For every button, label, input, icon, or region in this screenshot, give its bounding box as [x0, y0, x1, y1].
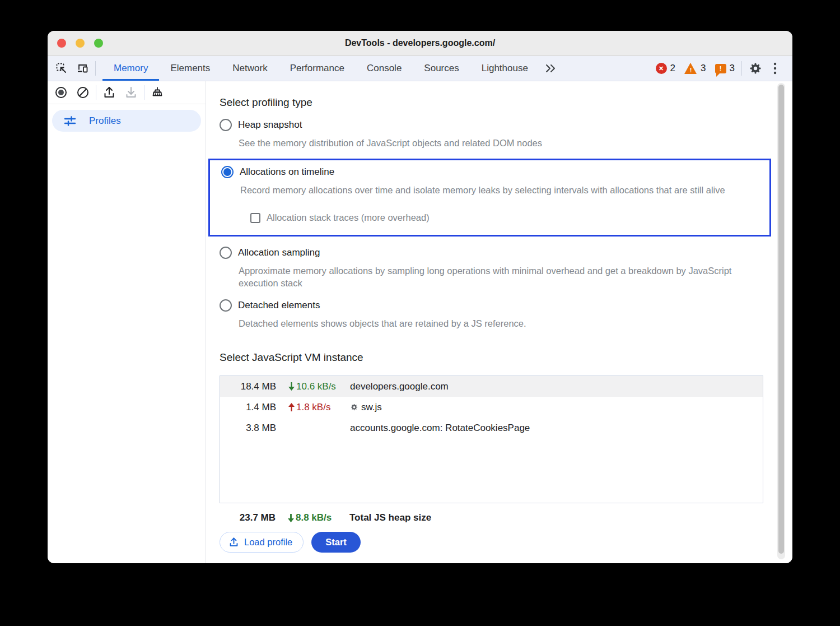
heap-rate-value: 10.6 kB/s: [296, 381, 336, 392]
brush-icon: [151, 86, 164, 99]
window-controls: [48, 39, 103, 48]
total-heap-size: 23.7 MB: [220, 512, 276, 523]
tune-sliders-icon: [63, 114, 77, 128]
vm-row-sw-js[interactable]: 1.4 MB 1.8 kB/s: [220, 397, 763, 418]
double-chevron-icon: [544, 64, 557, 73]
toolbar-divider: [95, 61, 96, 76]
option-allocation-sampling: Allocation sampling: [220, 247, 758, 259]
toolbar-divider: [741, 61, 742, 76]
clear-all-button[interactable]: [148, 84, 166, 101]
gear-icon: [749, 62, 762, 75]
save-profile-toolbar-button[interactable]: [122, 84, 140, 101]
option-allocations-timeline: Allocations on timeline: [221, 166, 769, 178]
profiler-toolbar: [48, 81, 206, 104]
detached-elements-radio[interactable]: [220, 299, 232, 312]
scrollbar-thumb[interactable]: [778, 85, 784, 554]
load-profile-button[interactable]: Load profile: [220, 532, 304, 553]
up-arrow-icon: [287, 402, 296, 412]
tab-memory[interactable]: Memory: [102, 56, 159, 81]
issues-badge[interactable]: ! 3: [713, 63, 737, 74]
vm-instance-heading: Select JavaScript VM instance: [220, 351, 758, 364]
profiling-type-heading: Select profiling type: [220, 96, 758, 109]
close-window-button[interactable]: [57, 39, 66, 48]
vm-row-accounts-google[interactable]: 3.8 MB accounts.google.com: RotateCookie…: [220, 418, 763, 438]
tab-console[interactable]: Console: [356, 56, 413, 81]
total-heap-row: 23.7 MB 8.8 kB/s Total JS heap size: [220, 512, 763, 523]
issues-count: 3: [730, 63, 735, 74]
error-icon: ✕: [656, 63, 667, 74]
heap-snapshot-description: See the memory distribution of JavaScrip…: [239, 137, 758, 149]
panel-tabs: Memory Elements Network Performance Cons…: [102, 56, 562, 81]
minimize-window-button[interactable]: [76, 39, 85, 48]
tab-lighthouse[interactable]: Lighthouse: [470, 56, 539, 81]
settings-button[interactable]: [746, 59, 764, 77]
allocations-timeline-radio[interactable]: [221, 166, 234, 178]
launcher-actions: Load profile Start: [220, 532, 758, 553]
allocation-sampling-description: Approximate memory allocations by sampli…: [239, 265, 758, 289]
start-button[interactable]: Start: [311, 532, 361, 553]
tab-elements[interactable]: Elements: [159, 56, 221, 81]
vm-row-developers-google[interactable]: 18.4 MB 10.6 kB/s developers.google.com: [220, 376, 763, 397]
launcher-content: Select profiling type Heap snapshot See …: [206, 81, 758, 553]
allocations-timeline-focus-box: Allocations on timeline Record memory al…: [208, 159, 771, 237]
warning-icon: !: [684, 63, 697, 74]
tab-performance[interactable]: Performance: [279, 56, 356, 81]
toolbar-divider: [96, 85, 96, 100]
device-toolbar-icon: [77, 62, 89, 75]
sidebar-item-profiles[interactable]: Profiles: [52, 110, 201, 132]
vm-instance-name: accounts.google.com: RotateCookiesPage: [350, 423, 763, 434]
profile-launcher-view: Select profiling type Heap snapshot See …: [206, 81, 792, 563]
allocations-timeline-description: Record memory allocations over time and …: [240, 184, 764, 196]
vm-instance-name-cell: sw.js: [350, 402, 763, 413]
more-tabs-button[interactable]: [539, 56, 562, 81]
warnings-badge[interactable]: ! 3: [682, 63, 708, 74]
toolbar-spacer: [562, 56, 654, 81]
status-badges: ✕ 2 ! 3 ! 3: [654, 56, 792, 81]
toolbar-divider: [144, 85, 144, 100]
inspect-element-button[interactable]: [53, 59, 71, 77]
load-profile-label: Load profile: [244, 537, 292, 548]
inspect-cursor-icon: [55, 62, 68, 75]
toolbar-left-icons: [48, 56, 99, 81]
allocation-stack-traces-checkbox[interactable]: [250, 213, 260, 223]
heap-snapshot-radio[interactable]: [220, 119, 232, 131]
errors-badge[interactable]: ✕ 2: [654, 63, 678, 74]
memory-sidebar: Profiles: [48, 81, 206, 563]
heap-size-value: 18.4 MB: [220, 381, 276, 392]
zoom-window-button[interactable]: [94, 39, 103, 48]
total-heap-rate-cell: 8.8 kB/s: [276, 512, 349, 523]
upload-icon: [228, 537, 239, 548]
total-heap-rate: 8.8 kB/s: [296, 512, 332, 523]
record-profile-button[interactable]: [52, 84, 70, 101]
heap-rate-cell: 1.8 kB/s: [276, 402, 350, 413]
toggle-device-toolbar-button[interactable]: [74, 59, 92, 77]
devtools-toolbar: Memory Elements Network Performance Cons…: [48, 56, 792, 81]
scrollbar-track[interactable]: [777, 83, 785, 559]
block-icon: [76, 86, 90, 99]
record-icon: [54, 86, 68, 99]
error-count: 2: [670, 63, 675, 74]
option-detached-elements: Detached elements: [220, 299, 758, 312]
allocations-timeline-label: Allocations on timeline: [240, 166, 334, 178]
vm-instance-table: 18.4 MB 10.6 kB/s developers.google.com …: [220, 375, 763, 503]
warning-count: 3: [701, 63, 706, 74]
heap-size-value: 1.4 MB: [220, 402, 276, 413]
down-arrow-icon: [287, 513, 295, 523]
vm-instance-name: sw.js: [361, 402, 382, 413]
titlebar: DevTools - developers.google.com/: [48, 31, 792, 56]
tab-network[interactable]: Network: [221, 56, 278, 81]
allocation-sampling-radio[interactable]: [220, 247, 232, 259]
heap-rate-value: 1.8 kB/s: [296, 402, 330, 413]
tab-sources[interactable]: Sources: [413, 56, 470, 81]
clear-profiles-button[interactable]: [74, 84, 92, 101]
vm-instance-name: developers.google.com: [350, 381, 763, 392]
load-profile-toolbar-button[interactable]: [100, 84, 118, 101]
allocation-stack-traces-row: Allocation stack traces (more overhead): [250, 212, 769, 223]
customize-devtools-button[interactable]: [769, 59, 787, 77]
download-icon: [124, 86, 138, 99]
window-title: DevTools - developers.google.com/: [48, 38, 792, 48]
service-worker-gear-icon: [350, 403, 358, 411]
heap-snapshot-label: Heap snapshot: [238, 119, 302, 131]
heap-size-value: 3.8 MB: [220, 423, 276, 434]
allocation-stack-traces-label: Allocation stack traces (more overhead): [267, 212, 430, 223]
